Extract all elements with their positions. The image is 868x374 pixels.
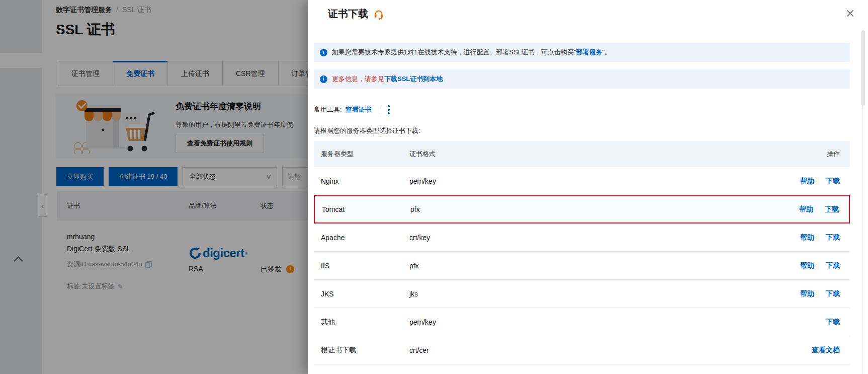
action-divider (820, 262, 820, 269)
server-type-cell: IIS (314, 262, 409, 270)
actions-cell: 帮助下载 (709, 261, 850, 270)
help-link[interactable]: 帮助 (800, 177, 814, 185)
download-link[interactable]: 下载 (826, 177, 840, 185)
ssl-console-page: ‹ 数字证书管理服务/SSL 证书 SSL 证书 证书管理免费证书上传证书CSR… (0, 0, 868, 374)
download-link[interactable]: 下载 (826, 289, 840, 297)
format-cell: crt/cer (409, 346, 709, 354)
download-row-tomcat[interactable]: Tomcat pfx 帮助下载 (314, 195, 850, 223)
format-cell: pfx (410, 205, 708, 213)
action-divider (820, 178, 820, 184)
deploy-service-banner: i 如果您需要技术专家提供1对1在线技术支持，进行配置、部署SSL证书，可点击购… (314, 43, 850, 62)
help-link[interactable]: 帮助 (799, 205, 813, 213)
actions-cell: 帮助下载 (709, 289, 850, 298)
server-type-cell: Nginx (314, 177, 409, 185)
view-docs-link[interactable]: 查看文档 (812, 346, 840, 354)
download-link[interactable]: 下载 (826, 318, 840, 326)
help-link[interactable]: 帮助 (800, 289, 814, 297)
download-row-jks[interactable]: JKS jks 帮助下载 (314, 280, 850, 308)
format-cell: pem/key (409, 177, 709, 185)
download-row-other[interactable]: 其他 pem/key 下载 (314, 308, 850, 336)
actions-cell: 帮助下载 (709, 177, 850, 186)
actions-cell: 帮助下载 (708, 205, 849, 214)
server-type-cell: Apache (314, 234, 409, 242)
common-tools-row: 常用工具: 查看证书 (314, 104, 391, 116)
help-link[interactable]: 帮助 (800, 233, 814, 241)
col-server-type: 服务器类型 (314, 149, 409, 159)
download-link[interactable]: 下载 (826, 261, 840, 269)
actions-cell: 查看文档 (709, 346, 850, 355)
help-link[interactable]: 帮助 (800, 261, 814, 269)
server-type-cell: JKS (314, 290, 409, 298)
tools-label: 常用工具: (314, 105, 342, 114)
more-tools-icon[interactable] (386, 104, 391, 116)
format-cell: pem/key (409, 318, 709, 326)
certificate-download-drawer: 证书下载 i 如果您需要技术专家提供1对1在线技术支持，进行配置、部署SSL证书… (308, 0, 868, 374)
col-operations: 操作 (709, 149, 850, 159)
drawer-title: 证书下载 (328, 7, 384, 21)
download-row-apache[interactable]: Apache crt/key 帮助下载 (314, 223, 850, 252)
action-divider (820, 290, 820, 297)
download-link[interactable]: 下载 (826, 233, 840, 241)
scrollbar-thumb[interactable] (861, 30, 865, 106)
server-type-hint: 请根据您的服务器类型选择证书下载: (314, 126, 420, 135)
col-cert-format: 证书格式 (409, 149, 709, 159)
headset-support-icon[interactable] (373, 9, 384, 20)
format-cell: crt/key (409, 234, 709, 242)
format-cell: jks (409, 290, 709, 298)
download-ssl-doc-link[interactable]: 下载SSL证书到本地 (384, 75, 443, 83)
deploy-service-link[interactable]: 部署服务 (576, 48, 602, 56)
banner2-text: 更多信息，请参见 (332, 75, 384, 83)
server-type-cell: 其他 (314, 318, 409, 327)
download-row-root-cert[interactable]: 根证书下载 crt/cer 查看文档 (314, 336, 850, 364)
more-info-banner: i 更多信息，请参见下载SSL证书到本地 (314, 69, 850, 89)
action-divider (819, 206, 819, 212)
info-icon: i (320, 76, 327, 83)
close-icon[interactable] (845, 8, 855, 18)
download-row-nginx[interactable]: Nginx pem/key 帮助下载 (314, 167, 850, 195)
server-type-cell: Tomcat (315, 205, 410, 213)
server-type-cell: 根证书下载 (314, 346, 409, 355)
info-icon: i (320, 49, 327, 56)
banner1-text: 如果您需要技术专家提供1对1在线技术支持，进行配置、部署SSL证书，可点击购买" (332, 48, 576, 56)
download-link[interactable]: 下载 (825, 205, 839, 213)
divider (379, 106, 379, 114)
download-table: 服务器类型 证书格式 操作 Nginx pem/key 帮助下载 Tomcat … (314, 141, 850, 364)
actions-cell: 下载 (709, 318, 850, 327)
download-table-header: 服务器类型 证书格式 操作 (314, 141, 850, 167)
actions-cell: 帮助下载 (709, 233, 850, 242)
action-divider (820, 234, 820, 241)
view-certificate-link[interactable]: 查看证书 (345, 105, 372, 114)
download-row-iis[interactable]: IIS pfx 帮助下载 (314, 252, 850, 280)
format-cell: pfx (409, 262, 709, 270)
